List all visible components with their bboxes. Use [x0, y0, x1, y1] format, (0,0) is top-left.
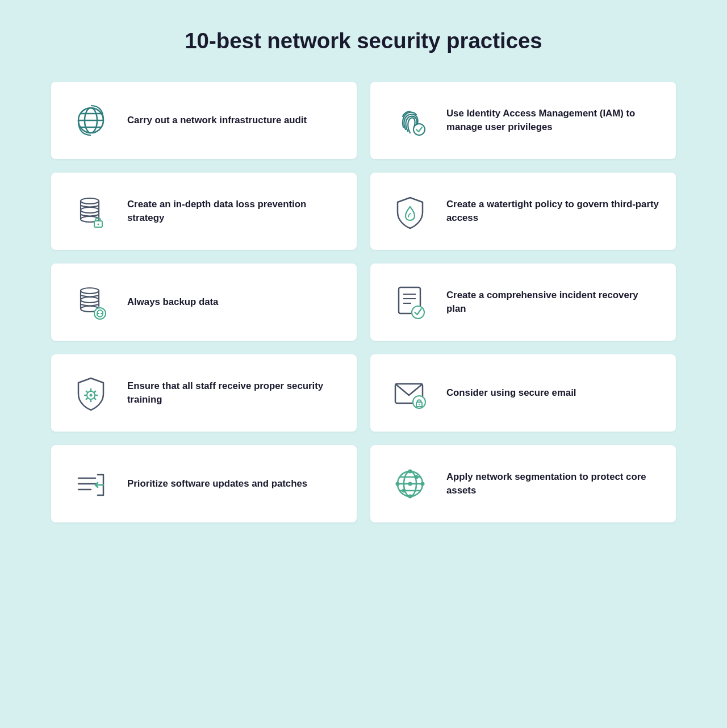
cards-grid: Carry out a network infrastructure audit…	[51, 82, 676, 522]
svg-point-54	[421, 482, 425, 486]
card-text: Carry out a network infrastructure audit	[127, 114, 307, 127]
svg-line-35	[94, 398, 95, 399]
shield-drop-icon	[387, 189, 433, 234]
svg-point-52	[408, 495, 412, 499]
fingerprint-check-icon	[387, 98, 433, 143]
svg-point-15	[81, 288, 99, 294]
card-data-loss: Create an in-depth data loss prevention …	[51, 173, 357, 250]
card-incident-recovery: Create a comprehensive incident recovery…	[370, 263, 676, 341]
doc-check-icon	[387, 279, 433, 325]
database-refresh-icon	[68, 279, 114, 325]
card-text: Use Identity Access Management (IAM) to …	[446, 107, 659, 135]
svg-point-6	[81, 198, 99, 204]
svg-point-29	[90, 394, 93, 397]
globe-audit-icon	[68, 98, 114, 143]
database-lock-icon	[68, 189, 114, 234]
page-title: 10-best network security practices	[185, 28, 542, 53]
svg-point-56	[415, 475, 419, 479]
shield-gear-icon	[68, 370, 114, 416]
svg-point-53	[396, 482, 400, 486]
list-update-icon	[68, 461, 114, 507]
card-iam: Use Identity Access Management (IAM) to …	[370, 82, 676, 159]
svg-line-34	[86, 391, 87, 392]
svg-point-57	[402, 489, 406, 493]
svg-line-36	[94, 391, 95, 392]
card-security-training: Ensure that all staff receive proper sec…	[51, 354, 357, 432]
card-software-updates: Prioritize software updates and patches	[51, 445, 357, 522]
svg-point-14	[98, 224, 99, 225]
svg-point-9	[81, 207, 99, 213]
svg-point-51	[408, 470, 412, 474]
svg-point-5	[413, 124, 425, 135]
globe-nodes-icon	[387, 461, 433, 507]
card-backup: Always backup data	[51, 263, 357, 341]
card-text: Ensure that all staff receive proper sec…	[127, 379, 340, 407]
card-third-party: Create a watertight policy to govern thi…	[370, 173, 676, 250]
card-text: Always backup data	[127, 295, 218, 309]
svg-line-37	[86, 398, 87, 399]
svg-point-55	[408, 482, 412, 486]
card-text: Create a comprehensive incident recovery…	[446, 288, 659, 316]
card-text: Create an in-depth data loss prevention …	[127, 198, 340, 225]
svg-point-18	[81, 297, 99, 303]
card-text: Apply network segmentation to protect co…	[446, 470, 659, 498]
card-text: Consider using secure email	[446, 386, 576, 400]
card-text: Prioritize software updates and patches	[127, 477, 307, 491]
svg-point-41	[419, 404, 420, 405]
card-network-audit: Carry out a network infrastructure audit	[51, 82, 357, 159]
card-text: Create a watertight policy to govern thi…	[446, 198, 659, 225]
card-network-segmentation: Apply network segmentation to protect co…	[370, 445, 676, 522]
card-secure-email: Consider using secure email	[370, 354, 676, 432]
email-lock-icon	[387, 370, 433, 416]
